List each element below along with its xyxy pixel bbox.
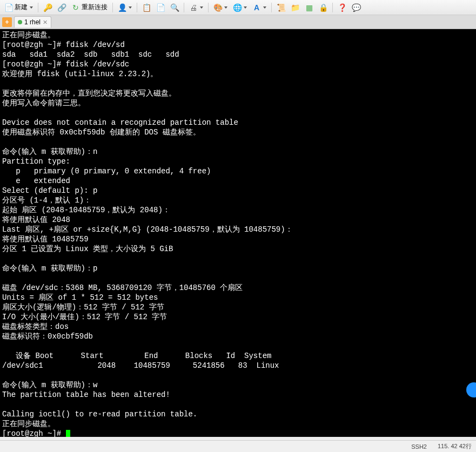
chevron-down-icon (200, 6, 203, 9)
separator (332, 3, 333, 12)
reconnect-button[interactable]: ↻ 重新连接 (69, 2, 110, 13)
paste-icon: 📄 (156, 3, 165, 12)
separator (184, 3, 184, 12)
separator (208, 3, 209, 12)
status-dot-icon (18, 20, 22, 24)
font-button[interactable]: A (250, 2, 269, 13)
chevron-down-icon (129, 6, 132, 9)
printer-icon: 🖨 (189, 3, 198, 12)
chevron-down-icon (30, 6, 33, 9)
print-button[interactable]: 🖨 (187, 2, 205, 13)
globe-button[interactable]: 🌐 (231, 2, 249, 13)
script-button[interactable]: 📜 (274, 2, 287, 13)
profile-icon: 👤 (118, 3, 126, 12)
terminal-output[interactable]: 正在同步磁盘。 [root@zgh ~]# fdisk /dev/sd sda … (0, 29, 476, 437)
palette-icon: 🎨 (213, 3, 222, 12)
key-button[interactable]: 🔑 (41, 2, 54, 13)
close-icon[interactable]: ✕ (43, 19, 48, 26)
main-toolbar: 📄 新建 🔑 🔗 ↻ 重新连接 👤 📋 📄 🔍 🖨 🎨 🌐 A 📜 📁 ▦ 🔒 … (0, 0, 476, 15)
new-button[interactable]: 📄 新建 (2, 2, 35, 13)
profile-button[interactable]: 👤 (116, 2, 134, 13)
help-icon: ❓ (338, 3, 346, 12)
chevron-down-icon (244, 6, 247, 9)
tab-bar: + 1 rhel ✕ (0, 15, 476, 29)
grid-icon: ▦ (305, 3, 313, 12)
refresh-icon: ↻ (71, 3, 80, 12)
status-ssh: SSH2 (411, 443, 427, 450)
status-bar: SSH2 115. 42 42行 (0, 440, 476, 452)
globe-icon: 🌐 (233, 3, 242, 12)
folder-button[interactable]: 📁 (289, 2, 301, 13)
colors-button[interactable]: 🎨 (211, 2, 230, 13)
tab-label: 1 rhel (24, 18, 41, 26)
reconnect-label: 重新连接 (82, 3, 108, 12)
key-icon: 🔑 (43, 3, 52, 12)
separator (112, 3, 113, 12)
chevron-down-icon (224, 6, 227, 9)
font-icon: A (252, 3, 261, 12)
file-icon: 📄 (4, 3, 13, 12)
chat-icon: 💬 (352, 3, 360, 12)
status-pos: 115. 42 42行 (438, 442, 472, 450)
separator (38, 3, 38, 12)
paste-button[interactable]: 📄 (154, 2, 167, 13)
help-button[interactable]: ❓ (336, 2, 348, 13)
folder-icon: 📁 (291, 3, 299, 12)
add-tab-button[interactable]: + (2, 17, 12, 27)
link-button[interactable]: 🔗 (55, 2, 68, 13)
tab-session[interactable]: 1 rhel ✕ (14, 16, 51, 28)
lock-icon: 🔒 (319, 3, 327, 12)
tile-button[interactable]: ▦ (303, 2, 316, 13)
chat-button[interactable]: 💬 (350, 2, 363, 13)
separator (137, 3, 137, 12)
new-label: 新建 (15, 3, 28, 12)
separator (271, 3, 272, 12)
lock-button[interactable]: 🔒 (317, 2, 330, 13)
copy-button[interactable]: 📋 (140, 2, 153, 13)
copy-icon: 📋 (142, 3, 151, 12)
script-icon: 📜 (277, 3, 285, 12)
search-icon: 🔍 (170, 3, 179, 12)
link-icon: 🔗 (57, 3, 66, 12)
chevron-down-icon (263, 6, 266, 9)
search-button[interactable]: 🔍 (168, 2, 181, 13)
